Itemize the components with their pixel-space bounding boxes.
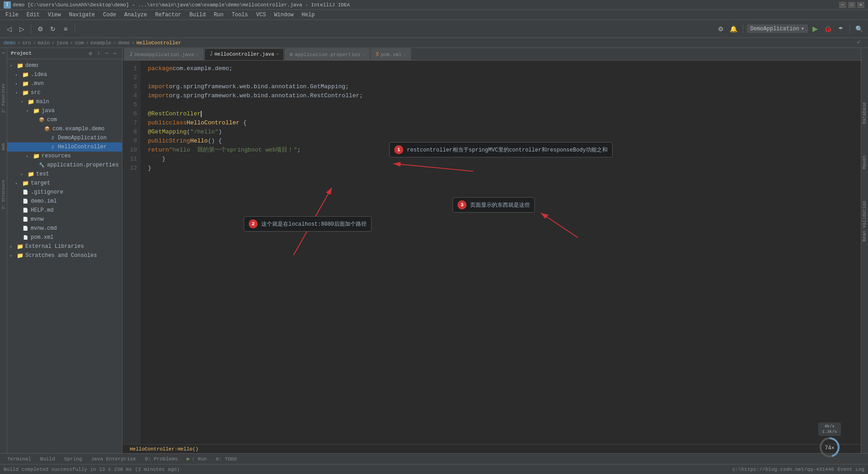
bean-validation-toggle[interactable]: Bean Validation xyxy=(862,201,867,242)
panel-gear-icon[interactable]: ⋯ xyxy=(111,50,118,57)
maximize-button[interactable]: □ xyxy=(848,2,855,8)
coverage-button[interactable]: ☂ xyxy=(835,24,846,34)
breadcrumb-com[interactable]: com xyxy=(75,40,84,46)
tab-DemoApplication.java[interactable]: JDemoApplication.java✕ xyxy=(124,48,203,60)
toolbar-search-button[interactable]: ⚙ xyxy=(716,24,726,34)
tree-item-gitignore[interactable]: 📄.gitignore xyxy=(7,188,122,197)
toolbar-menu-button[interactable]: ≡ xyxy=(60,24,71,34)
maven-panel-toggle[interactable]: Maven xyxy=(862,156,867,169)
tab-close-button[interactable]: ✕ xyxy=(196,52,198,57)
tree-item-DemoApplication[interactable]: JDemoApplication xyxy=(7,133,122,142)
tree-label: java xyxy=(42,108,55,114)
tab-HelloController.java[interactable]: JHelloController.java✕ xyxy=(204,48,283,60)
structure-toggle[interactable]: 2: Structure xyxy=(1,180,6,209)
tree-item-scratches[interactable]: ▸📁Scratches and Consoles xyxy=(7,251,122,260)
panel-expand-icon[interactable]: ↕ xyxy=(95,50,102,57)
toolbar-extra-button[interactable]: 🔍 xyxy=(854,24,864,34)
tree-item-target[interactable]: ▸📁target xyxy=(7,179,122,188)
tree-item-com.example.demo[interactable]: 📦com.example.demo xyxy=(7,124,122,133)
tree-arrow: ▾ xyxy=(26,109,32,114)
menu-item-navigate[interactable]: Navigate xyxy=(65,11,99,19)
tree-label: demo.iml xyxy=(31,198,57,204)
editor-breadcrumb-controller[interactable]: HelloController xyxy=(130,446,175,452)
panel-settings-icon[interactable]: ⚙ xyxy=(87,50,94,57)
tree-item-demo.iml[interactable]: 📄demo.iml xyxy=(7,197,122,206)
code-line-1: package com.example.demo; xyxy=(148,64,854,73)
tree-label: .gitignore xyxy=(31,189,63,195)
tree-label: .mvn xyxy=(31,81,44,87)
tab-pom.xml[interactable]: Xpom.xml✕ xyxy=(371,48,411,60)
toolbar-notification-button[interactable]: 🔔 xyxy=(728,24,739,34)
tab-close-button[interactable]: ✕ xyxy=(362,52,365,57)
tab-icon-properties: ⚙ xyxy=(290,51,293,58)
toolbar-forward-button[interactable]: ▷ xyxy=(16,24,27,34)
menu-item-edit[interactable]: Edit xyxy=(23,11,43,19)
tree-item-mvn[interactable]: ▸📁.mvn xyxy=(7,79,122,88)
menu-item-tools[interactable]: Tools xyxy=(228,11,252,19)
tree-item-application.properties[interactable]: 🔧application.properties xyxy=(7,161,122,170)
tree-item-com[interactable]: 📦com xyxy=(7,115,122,124)
menu-item-refactor[interactable]: Refactor xyxy=(151,11,185,19)
run-button[interactable]: ▶ xyxy=(810,24,821,34)
bottom-tab-spring[interactable]: Spring xyxy=(61,455,86,463)
status-event-log[interactable]: Event Log xyxy=(838,467,864,472)
web-toggle[interactable]: Web xyxy=(1,143,6,150)
bottom-tab-terminal[interactable]: Terminal xyxy=(4,455,35,463)
breadcrumb-HelloController[interactable]: HelloController xyxy=(137,40,181,46)
menu-item-view[interactable]: View xyxy=(44,11,65,19)
tree-item-src[interactable]: ▾📁src xyxy=(7,88,122,97)
tree-item-mvnw[interactable]: 📄mvnw xyxy=(7,215,122,224)
tree-item-demo-root[interactable]: ▾📁demo xyxy=(7,61,122,70)
far-left-strip: 1 2: Favorites Web 2: Structure xyxy=(0,48,7,453)
breadcrumb-src[interactable]: src xyxy=(22,40,31,46)
editor-breadcrumb-method[interactable]: Hello() xyxy=(178,446,198,452)
menu-item-code[interactable]: Code xyxy=(99,11,120,19)
menu-item-build[interactable]: Build xyxy=(186,11,209,19)
menu-item-file[interactable]: File xyxy=(2,11,22,19)
bottom-tab-build[interactable]: Build xyxy=(37,455,59,463)
tree-item-external-libs[interactable]: ▸📁External Libraries xyxy=(7,242,122,251)
tree-label: DemoApplication xyxy=(58,135,107,141)
menu-item-vcs[interactable]: VCS xyxy=(253,11,270,19)
menu-item-run[interactable]: Run xyxy=(210,11,227,19)
breadcrumb-java[interactable]: java xyxy=(56,40,68,46)
bottom-tab-problems[interactable]: 0: Problems xyxy=(141,455,181,463)
debug-button[interactable]: 🐞 xyxy=(822,24,833,34)
menu-item-window[interactable]: Window xyxy=(270,11,297,19)
favorites-toggle[interactable]: 2: Favorites xyxy=(1,84,6,113)
minimize-button[interactable]: ─ xyxy=(839,2,846,8)
toolbar-settings-button[interactable]: ⚙ xyxy=(35,24,46,34)
tree-item-java[interactable]: ▾📁java xyxy=(7,106,122,115)
tree-item-HelloController[interactable]: JHelloController xyxy=(7,142,122,152)
close-button[interactable]: ✕ xyxy=(857,2,864,8)
tree-item-idea[interactable]: ▸📁.idea xyxy=(7,70,122,79)
toolbar-back-button[interactable]: ◁ xyxy=(4,24,14,34)
bottom-tab-run[interactable]: ▶↑ Run xyxy=(183,455,210,463)
bottom-tab-java-enterprise[interactable]: Java Enterprise xyxy=(87,455,139,463)
bottom-tab-todo[interactable]: 6: TODO xyxy=(212,455,240,463)
toolbar-sync-button[interactable]: ↻ xyxy=(47,24,58,34)
panel-minimize-icon[interactable]: ─ xyxy=(103,50,110,57)
tab-application.properties[interactable]: ⚙application.properties✕ xyxy=(285,48,370,60)
breadcrumb-example[interactable]: example xyxy=(90,40,111,46)
code-content[interactable]: package com.example.demo; import org.spr… xyxy=(141,61,861,444)
tab-close-button[interactable]: ✕ xyxy=(276,52,279,57)
menu-item-analyze[interactable]: Analyze xyxy=(121,11,151,19)
tree-item-main[interactable]: ▾📁main xyxy=(7,97,122,106)
tree-item-test[interactable]: ▸📁test xyxy=(7,170,122,179)
project-panel-toggle[interactable]: 1 xyxy=(1,52,6,54)
breadcrumb-main[interactable]: main xyxy=(38,40,49,46)
breadcrumb-demo[interactable]: demo xyxy=(4,40,15,46)
tree-item-HELP.md[interactable]: 📄HELP.md xyxy=(7,206,122,215)
tab-close-button[interactable]: ✕ xyxy=(403,52,406,57)
window-controls[interactable]: ─ □ ✕ xyxy=(839,2,864,8)
menu-item-help[interactable]: Help xyxy=(298,11,318,19)
tree-icon-folder: 📁 xyxy=(16,252,24,259)
tree-item-resources[interactable]: ▸📁resources xyxy=(7,152,122,161)
run-config-selector[interactable]: DemoApplication ▾ xyxy=(747,24,808,33)
code-line-7: public class HelloController { xyxy=(148,118,854,128)
database-panel-toggle[interactable]: Database xyxy=(862,102,867,124)
breadcrumb-demo2[interactable]: demo xyxy=(118,40,130,46)
tree-item-pom.xml[interactable]: 📄pom.xml xyxy=(7,233,122,242)
tree-item-mvnw.cmd[interactable]: 📄mvnw.cmd xyxy=(7,224,122,233)
